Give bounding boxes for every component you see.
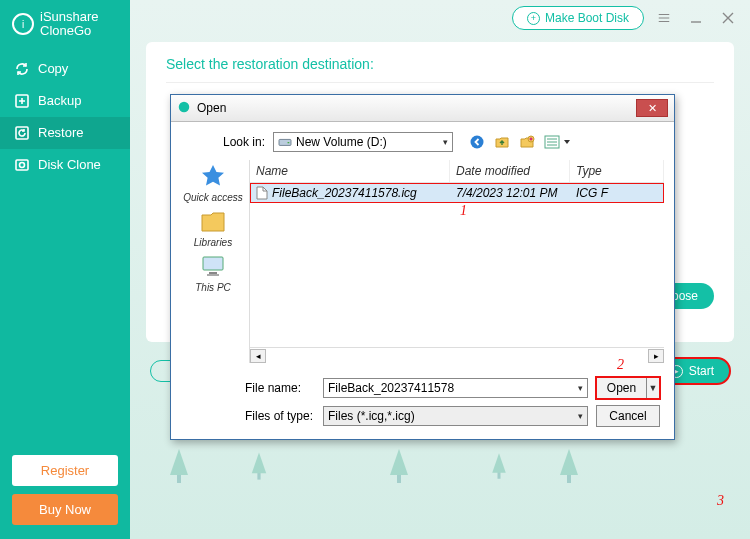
plus-circle-icon: + — [527, 12, 540, 25]
drive-icon — [278, 136, 292, 148]
file-name-label: File name: — [245, 381, 315, 395]
sidebar-label-diskclone: Disk Clone — [38, 157, 101, 172]
view-menu-icon[interactable] — [544, 134, 572, 150]
panel-heading: Select the restoration destination: — [166, 56, 714, 83]
lookin-label: Look in: — [223, 135, 265, 149]
svg-rect-11 — [209, 272, 217, 274]
refresh-icon — [14, 61, 30, 77]
svg-rect-6 — [288, 142, 290, 143]
dialog-close-button[interactable]: ✕ — [636, 99, 668, 117]
dialog-cancel-button[interactable]: Cancel — [596, 405, 660, 427]
file-row-selected[interactable]: FileBack_20237411578.icg 7/4/2023 12:01 … — [250, 183, 664, 203]
file-type-label: Files of type: — [245, 409, 315, 423]
svg-rect-2 — [16, 160, 28, 170]
sidebar-label-backup: Backup — [38, 93, 81, 108]
dialog-app-icon — [177, 100, 191, 117]
svg-point-3 — [20, 162, 25, 167]
place-this-pc[interactable]: This PC — [195, 252, 231, 293]
file-name-input[interactable]: FileBack_20237411578 ▾ — [323, 378, 588, 398]
sidebar-item-backup[interactable]: Backup — [0, 85, 130, 117]
disk-icon — [14, 157, 30, 173]
svg-rect-1 — [16, 127, 28, 139]
svg-rect-12 — [207, 274, 219, 276]
app-name-2: CloneGo — [40, 24, 99, 38]
register-button[interactable]: Register — [12, 455, 118, 486]
make-boot-disk-button[interactable]: + Make Boot Disk — [512, 6, 644, 30]
chevron-down-icon: ▾ — [443, 137, 448, 147]
logo-icon: i — [12, 13, 34, 35]
dialog-title: Open — [197, 101, 226, 115]
sidebar-label-copy: Copy — [38, 61, 68, 76]
open-dropdown-button[interactable]: ▼ — [646, 377, 660, 399]
make-boot-label: Make Boot Disk — [545, 11, 629, 25]
annotation-2: 2 — [617, 357, 624, 373]
sidebar-item-copy[interactable]: Copy — [0, 53, 130, 85]
up-folder-icon[interactable] — [494, 134, 510, 150]
place-quick-access[interactable]: Quick access — [183, 162, 242, 203]
scroll-right-icon[interactable]: ▸ — [648, 349, 664, 363]
new-folder-icon[interactable] — [519, 134, 535, 150]
place-libraries[interactable]: Libraries — [194, 207, 232, 248]
annotation-3: 3 — [717, 493, 724, 509]
minimize-icon[interactable] — [684, 6, 708, 30]
scroll-left-icon[interactable]: ◂ — [250, 349, 266, 363]
col-date[interactable]: Date modified — [450, 160, 570, 182]
open-button[interactable]: Open — [596, 377, 646, 399]
chevron-down-icon: ▾ — [578, 383, 583, 393]
chevron-down-icon: ▾ — [578, 411, 583, 421]
app-name-1: iSunshare — [40, 10, 99, 24]
back-icon[interactable] — [469, 134, 485, 150]
open-file-dialog: Open ✕ Look in: New Volume (D:) ▾ — [170, 94, 675, 440]
svg-point-7 — [471, 136, 484, 149]
settings-icon[interactable] — [652, 6, 676, 30]
col-name[interactable]: Name — [250, 160, 450, 182]
file-icon — [256, 186, 268, 200]
annotation-1: 1 — [460, 203, 467, 219]
lookin-dropdown[interactable]: New Volume (D:) ▾ — [273, 132, 453, 152]
buy-now-button[interactable]: Buy Now — [12, 494, 118, 525]
col-type[interactable]: Type — [570, 160, 664, 182]
horizontal-scrollbar[interactable]: ◂ ▸ — [250, 347, 664, 363]
sidebar-item-diskclone[interactable]: Disk Clone — [0, 149, 130, 181]
restore-icon — [14, 125, 30, 141]
app-logo: i iSunshare CloneGo — [0, 0, 130, 53]
sidebar-item-restore[interactable]: Restore — [0, 117, 130, 149]
sidebar-label-restore: Restore — [38, 125, 84, 140]
close-icon[interactable] — [716, 6, 740, 30]
file-type-select[interactable]: Files (*.icg,*.icg) ▾ — [323, 406, 588, 426]
svg-rect-10 — [203, 257, 223, 270]
svg-point-4 — [179, 101, 190, 112]
plus-box-icon — [14, 93, 30, 109]
